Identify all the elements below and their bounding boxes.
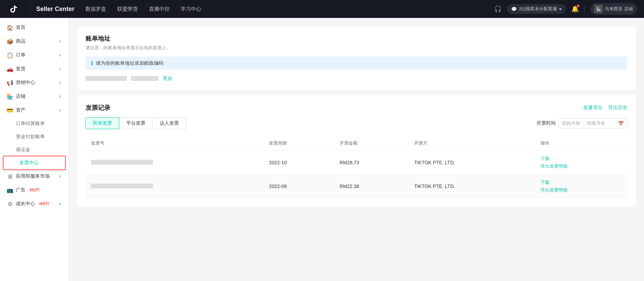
sidebar-item-store[interactable]: 🏪 店铺 ∨ <box>0 90 69 103</box>
home-icon: 🏠 <box>7 24 13 31</box>
ads-icon: 📺 <box>7 187 13 193</box>
invoice-table: 发票号 发票周期 开票金额 开票方 操作 2022-10 RM28.73 <box>85 136 627 198</box>
tab-platform-invoices[interactable]: 平台发票 <box>119 117 153 129</box>
download-btn-2[interactable]: 下载 <box>541 179 622 186</box>
chevron-orders: ∨ <box>59 53 62 58</box>
info-icon: ℹ <box>91 60 93 66</box>
amount-1: RM28.73 <box>334 151 409 175</box>
sidebar-item-home[interactable]: 🏠 首页 <box>0 21 69 34</box>
sidebar-item-growth[interactable]: ⚙ 成长中心 HOT! ∨ <box>0 197 69 211</box>
batch-export-btn[interactable]: 批量导出 <box>583 105 603 111</box>
payment-label: 资金付款账单 <box>16 134 45 139</box>
col-header-issuer: 开票方 <box>409 136 535 151</box>
customer-service-btn[interactable]: 💬 2位顾客未分配客服 ▾ <box>507 4 566 14</box>
apps-icon: ⊞ <box>7 173 13 179</box>
orders-icon: 📋 <box>7 52 13 58</box>
sidebar-label-marketing: 营销中心 <box>16 80 35 86</box>
tab-creator-invoices[interactable]: 达人发票 <box>152 117 186 129</box>
sidebar-item-ads[interactable]: 📺 广告 HOT! <box>0 183 69 197</box>
sidebar-item-products[interactable]: 📦 商品 ∨ <box>0 34 69 48</box>
invoice-header-actions: 批量导出 导出历史 <box>583 105 627 111</box>
nav-item-live[interactable]: 直播中控 <box>149 4 170 14</box>
sidebar-subitem-invoice[interactable]: 发票中心 <box>3 156 66 170</box>
sidebar-item-assets[interactable]: 💳 资产 ∧ <box>0 103 69 117</box>
nav-item-data[interactable]: 数据罗盘 <box>85 4 106 14</box>
col-header-invoice-no: 发票号 <box>85 136 263 151</box>
chat-icon: 💬 <box>511 7 517 12</box>
invoice-header: 发票记录 批量导出 导出历史 <box>85 104 627 112</box>
sidebar-label-home: 首页 <box>16 24 26 31</box>
invoice-card: 发票记录 批量导出 导出历史 所有发票 平台发票 达人发票 开票时间 起始月份 … <box>77 95 636 207</box>
chevron-down-icon: ▾ <box>559 7 562 12</box>
address-text <box>85 76 127 81</box>
deposit-label: 保证金 <box>16 147 30 152</box>
sidebar-item-orders[interactable]: 📋 订单 ∨ <box>0 48 69 62</box>
growth-icon: ⚙ <box>7 201 13 207</box>
billing-card: 账单地址 请注意，此账单地址将显示在你的发票上。 ℹ 请为你的账单地址添加邮政编… <box>77 26 636 90</box>
sidebar-label-store: 店铺 <box>16 93 26 100</box>
notification-bell[interactable]: 🔔 <box>571 5 579 13</box>
customer-service-label: 2位顾客未分配客服 <box>519 6 557 12</box>
sidebar-item-shipping[interactable]: 🚗 发货 ∨ <box>0 62 69 76</box>
nav-item-learn[interactable]: 学习中心 <box>181 4 201 14</box>
sidebar-label-growth: 成长中心 <box>16 201 35 207</box>
nav-item-affiliate[interactable]: 联盟带货 <box>117 4 138 14</box>
nav-divider <box>30 5 31 13</box>
col-header-period: 发票周期 <box>263 136 334 151</box>
chevron-products: ∨ <box>59 39 62 44</box>
sidebar-label-shipping: 发货 <box>16 66 26 72</box>
ads-hot-badge: HOT! <box>30 188 40 192</box>
date-range-picker[interactable]: 起始月份 - 结束月份 📅 <box>559 118 627 128</box>
marketing-icon: 📢 <box>7 80 13 86</box>
invoice-tabs-row: 所有发票 平台发票 达人发票 开票时间 起始月份 - 结束月份 📅 <box>85 117 627 129</box>
download-btn-1[interactable]: 下载 <box>541 156 622 162</box>
brand-name: Seller Center <box>36 6 74 13</box>
tab-all-invoices[interactable]: 所有发票 <box>85 117 119 129</box>
sidebar-subitem-deposit[interactable]: 保证金 <box>0 143 69 156</box>
sidebar-subitem-payment[interactable]: 资金付款账单 <box>0 130 69 143</box>
headset-icon[interactable]: 🎧 <box>494 5 502 13</box>
invoice-no-2 <box>85 175 263 198</box>
sidebar-label-apps: 应用和服务市场 <box>16 173 50 179</box>
chevron-store: ∨ <box>59 94 62 99</box>
invoice-title: 发票记录 <box>85 104 110 112</box>
billing-subtitle: 请注意，此账单地址将显示在你的发票上。 <box>85 45 627 51</box>
table-row: 2022-09 RM22.38 TIKTOK PTE. LTD. 下载 导出发票… <box>85 175 627 198</box>
address-row: 更改 <box>85 75 627 82</box>
logo[interactable] <box>7 3 19 15</box>
chevron-shipping: ∨ <box>59 66 62 71</box>
topnav-right: 🎧 💬 2位顾客未分配客服 ▾ 🔔 🏪 马来西亚 店铺 <box>494 3 637 15</box>
actions-2: 下载 导出发票明细 <box>535 175 627 198</box>
date-end-placeholder: 结束月份 <box>587 120 605 126</box>
growth-hot-badge: HOT! <box>39 201 49 206</box>
store-name: 马来西亚 店铺 <box>605 6 633 12</box>
export-detail-btn-1[interactable]: 导出发票明细 <box>541 163 622 169</box>
sidebar-subitem-settlement[interactable]: 订单结算账单 <box>0 117 69 130</box>
shipping-icon: 🚗 <box>7 66 13 72</box>
nav-menu: 数据罗盘 联盟带货 直播中控 学习中心 <box>85 4 494 14</box>
sidebar-label-products: 商品 <box>16 38 26 44</box>
store-avatar: 🏪 <box>594 5 603 13</box>
period-2: 2022-09 <box>263 175 334 198</box>
sidebar: 🏠 首页 📦 商品 ∨ 📋 订单 ∨ 🚗 发货 ∨ 📢 营销中心 ∨ 🏪 店铺 … <box>0 18 69 281</box>
invoice-no-blurred-2 <box>91 184 153 188</box>
date-separator: - <box>583 121 584 126</box>
address-change-btn[interactable]: 更改 <box>163 75 172 82</box>
action-col-2: 下载 导出发票明细 <box>541 179 622 193</box>
actions-1: 下载 导出发票明细 <box>535 151 627 175</box>
settlement-label: 订单结算账单 <box>16 121 45 126</box>
issuer-2: TIKTOK PTE. LTD. <box>409 175 535 198</box>
export-history-btn[interactable]: 导出历史 <box>608 105 627 111</box>
sidebar-label-orders: 订单 <box>16 52 26 58</box>
sidebar-item-marketing[interactable]: 📢 营销中心 ∨ <box>0 76 69 90</box>
store-selector[interactable]: 🏪 马来西亚 店铺 <box>590 3 637 15</box>
sidebar-item-apps[interactable]: ⊞ 应用和服务市场 ∨ <box>0 169 69 183</box>
export-detail-btn-2[interactable]: 导出发票明细 <box>541 187 622 193</box>
chevron-apps: ∨ <box>59 174 62 179</box>
date-filter: 开票时间 起始月份 - 结束月份 📅 <box>536 118 627 128</box>
address-text-2 <box>131 76 159 81</box>
notification-dot <box>577 4 580 7</box>
col-header-amount: 开票金额 <box>334 136 409 151</box>
date-start-placeholder: 起始月份 <box>562 120 580 126</box>
col-header-actions: 操作 <box>535 136 627 151</box>
